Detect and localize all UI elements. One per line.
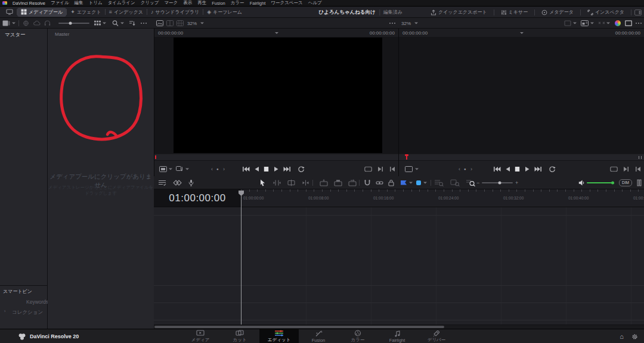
- keyframe-button[interactable]: ◈ キーフレーム: [203, 8, 246, 17]
- source-video-area[interactable]: [154, 37, 398, 154]
- linked-selection-icon[interactable]: [376, 179, 383, 186]
- stop-icon[interactable]: [264, 166, 269, 172]
- speaker-icon[interactable]: [578, 179, 585, 186]
- sort-icon[interactable]: [129, 20, 135, 26]
- timeline-tracks[interactable]: [154, 207, 644, 325]
- menu-color[interactable]: カラー: [231, 0, 244, 6]
- match-frame-out-icon[interactable]: [623, 166, 629, 172]
- match-frame-in-icon[interactable]: [389, 166, 395, 172]
- transform-mode-icon[interactable]: [564, 20, 571, 26]
- flag-icon[interactable]: [401, 180, 407, 185]
- audio-video-select-icon[interactable]: [176, 166, 184, 172]
- zoom-slider-thumb[interactable]: [499, 181, 501, 184]
- timeline-view-options-icon[interactable]: [158, 179, 166, 186]
- color-wheel-icon[interactable]: [615, 20, 621, 26]
- loop-range-icon[interactable]: [610, 166, 618, 172]
- resolution-mode-icon[interactable]: [405, 166, 413, 172]
- index-button[interactable]: ≡ インデックス: [106, 8, 147, 17]
- split-screen-icon[interactable]: [177, 20, 184, 26]
- insert-clip-icon[interactable]: [320, 179, 328, 186]
- timeline-video-area[interactable]: [399, 37, 644, 154]
- home-icon[interactable]: ⌂: [620, 333, 624, 340]
- tab-fusion[interactable]: Fusion: [299, 329, 338, 343]
- tab-media[interactable]: メディア: [181, 329, 220, 343]
- cloud-sync-icon[interactable]: [33, 20, 41, 26]
- timeline-zoom-slider[interactable]: [482, 182, 513, 183]
- audio-video-chevron-icon[interactable]: [185, 168, 189, 170]
- grid-view-chevron-icon[interactable]: [103, 22, 106, 24]
- tab-edit[interactable]: エディット: [259, 329, 299, 343]
- position-lock-icon[interactable]: [388, 179, 394, 186]
- bin-master[interactable]: マスター: [5, 32, 26, 39]
- media-pool-button[interactable]: メディアプール: [17, 8, 66, 17]
- tab-cut[interactable]: カット: [220, 329, 259, 343]
- overwrite-clip-icon[interactable]: [334, 179, 342, 186]
- timeline-scrollbar-thumb[interactable]: [154, 326, 444, 328]
- smart-bin-keywords[interactable]: Keywords: [26, 299, 48, 305]
- playhead-line[interactable]: [241, 191, 242, 325]
- inspector-button[interactable]: インスペクタ: [584, 8, 628, 17]
- loop-icon[interactable]: [298, 166, 305, 172]
- source-zoom-chevron-icon[interactable]: [200, 22, 204, 24]
- media-storage-button[interactable]: [2, 8, 17, 16]
- source-jog-bar[interactable]: [154, 154, 398, 160]
- media-pool-content[interactable]: Master メディアプールにクリップがありません メディアストレージからここに…: [48, 29, 154, 329]
- menu-view[interactable]: 表示: [183, 0, 192, 6]
- step-back-icon[interactable]: [505, 166, 510, 172]
- gallery-still-icon[interactable]: [156, 20, 163, 26]
- zoom-in-icon[interactable]: +: [515, 180, 518, 186]
- thumbnail-size-slider[interactable]: [58, 23, 89, 24]
- multicam-chevron-icon[interactable]: [590, 22, 594, 24]
- skip-back-icon[interactable]: [242, 166, 250, 172]
- marker-chevron-icon[interactable]: [423, 182, 427, 183]
- flag-chevron-icon[interactable]: [409, 182, 413, 183]
- timeline-jog-bar[interactable]: [399, 154, 644, 160]
- menu-playback[interactable]: 再生: [197, 0, 206, 6]
- collections-chevron-icon[interactable]: ›: [4, 309, 5, 313]
- menu-trim[interactable]: トリム: [89, 0, 103, 6]
- resolution-chevron-icon[interactable]: [415, 168, 419, 170]
- loop-icon[interactable]: [549, 166, 556, 172]
- jog-left-icon[interactable]: ‹: [459, 166, 460, 172]
- replace-clip-icon[interactable]: [348, 179, 357, 186]
- timeline-ruler[interactable]: 01:00:00:00 01:00:00:00 01:00:08:00 01:0…: [154, 189, 644, 207]
- quick-export-button[interactable]: クイックエクスポート: [427, 8, 491, 17]
- step-back-icon[interactable]: [254, 166, 259, 172]
- menu-file[interactable]: ファイル: [51, 0, 69, 6]
- skip-forward-icon[interactable]: [534, 166, 542, 172]
- import-media-icon[interactable]: [23, 20, 29, 26]
- skip-back-icon[interactable]: [493, 166, 501, 172]
- bin-view-chevron-icon[interactable]: [12, 22, 16, 24]
- zoom-fit-chevron-icon[interactable]: [606, 22, 610, 24]
- zoom-fit-icon[interactable]: [598, 20, 605, 26]
- sound-library-button[interactable]: ♪ サウンドライブラリ: [147, 8, 203, 17]
- bin-view-icon[interactable]: [2, 20, 10, 26]
- menu-fairlight[interactable]: Fairlight: [250, 1, 266, 6]
- resolution-chevron-icon[interactable]: [169, 168, 172, 170]
- search-chevron-icon[interactable]: [120, 22, 124, 24]
- menu-timeline[interactable]: タイムライン: [108, 0, 135, 6]
- full-extent-zoom-icon[interactable]: [434, 179, 444, 186]
- timeline-zoom-chevron-icon[interactable]: [414, 22, 418, 24]
- jog-right-icon[interactable]: ›: [470, 166, 472, 172]
- timeline-name-chevron-icon[interactable]: [520, 32, 524, 34]
- voiceover-mic-icon[interactable]: [188, 179, 194, 186]
- jog-left-icon[interactable]: ‹: [211, 166, 213, 172]
- menu-clip[interactable]: クリップ: [141, 0, 159, 6]
- dynamic-trim-icon[interactable]: [302, 179, 309, 186]
- jog-right-icon[interactable]: ›: [223, 166, 225, 172]
- mixer-button[interactable]: ミキサー: [497, 8, 532, 17]
- search-icon[interactable]: [112, 20, 119, 26]
- loop-range-icon[interactable]: [364, 166, 372, 172]
- app-menu[interactable]: DaVinci Resolve: [13, 1, 45, 6]
- multicam-view-icon[interactable]: [581, 20, 589, 26]
- play-icon[interactable]: [274, 166, 279, 172]
- menu-mark[interactable]: マーク: [164, 0, 178, 6]
- effects-button[interactable]: ✦ エフェクト: [67, 8, 104, 17]
- marker-icon[interactable]: [416, 180, 421, 185]
- zoom-out-icon[interactable]: −: [476, 180, 479, 186]
- jog-wheel-icon[interactable]: ●: [464, 167, 466, 171]
- stacked-timelines-icon[interactable]: [173, 180, 182, 186]
- mixer-toggle-icon[interactable]: [637, 179, 642, 186]
- custom-zoom-icon[interactable]: [466, 179, 475, 186]
